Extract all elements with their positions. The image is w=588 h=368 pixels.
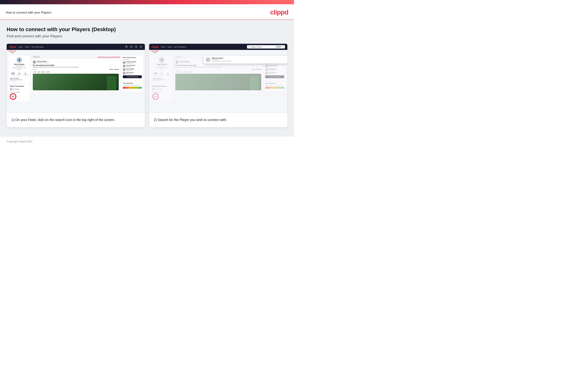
- profile-club-1: Mill Ride Golf Club, United Kingdom: [10, 67, 28, 70]
- page-breadcrumb: How to connect with your Players: [6, 11, 51, 14]
- stat-following: 4 Following: [23, 72, 27, 76]
- header: How to connect with your Players clippd: [0, 4, 294, 20]
- profile-icon[interactable]: 👤: [130, 45, 133, 48]
- pp-avatar: [10, 88, 13, 91]
- pp-player-row: Eli Vincent: [10, 88, 29, 91]
- player-row-r1: Piers Parnell Activities: 4: [265, 65, 284, 67]
- feed-user-info-2: Richard Butler Yesterday · The Grove: [180, 61, 191, 64]
- profile-role-1: Golf Coach: [10, 65, 28, 67]
- stat-activities: 129 Activities: [11, 72, 15, 76]
- mini-body-1: 👤 Blair McHarg Golf Coach Mill Ride Golf…: [7, 54, 145, 111]
- team-heatmap-card-2: Team Heatmap Player Quality · 20 Round T…: [264, 81, 285, 92]
- result-info: Marcus Turner 1.5 Handicap Cypress Point…: [212, 57, 231, 62]
- active-players-card: Most Active Players Last 30 days Richard…: [122, 56, 143, 80]
- player-row-0: Richard Butler Activities: 7: [123, 61, 142, 64]
- heatmap-bar-2: [265, 87, 284, 89]
- stat-followers-2: 3 Followers: [159, 72, 164, 76]
- footer: Copyright Clippd 2022: [0, 137, 294, 146]
- step2-caption: 2) Search for the Player you wish to con…: [149, 113, 287, 127]
- tag-ott-2: OTT: [175, 71, 179, 73]
- feed-card-1: Richard Butler Yesterday · The Grove Pre…: [31, 59, 120, 92]
- heatmap-bar: [123, 87, 142, 89]
- screenshot-2-ui: clippd Home Teams My Performance 🔍 Marcu…: [149, 44, 287, 113]
- mini-nav-teams[interactable]: Teams: [25, 46, 30, 48]
- feed-user-avatar-2: [175, 60, 179, 64]
- quality-donut-2: 84: [152, 93, 159, 100]
- feed-tab-2[interactable]: Feed: [151, 51, 159, 54]
- main-content: How to connect with your Players (Deskto…: [0, 20, 294, 137]
- team-dashboard-button[interactable]: Team Dashboard: [123, 75, 142, 78]
- feed-tab-1[interactable]: Feed: [9, 51, 16, 54]
- stat-following-2: 4 Following: [166, 72, 170, 76]
- mini-middle-1: Following ▼ Control who can see your act…: [31, 56, 120, 110]
- heatmap-labels: -5 +5: [123, 89, 142, 90]
- duration-row: Duration 02 hr : 00 min: [33, 69, 119, 70]
- search-result-dropdown: Marcus Turner 1.5 Handicap Cypress Point…: [204, 56, 287, 64]
- settings-icon[interactable]: ⚙: [134, 45, 138, 48]
- team-dashboard-button-2: Team Dashboard: [265, 75, 284, 78]
- player-row-1: Piers Parnell Activities: 4: [123, 65, 142, 67]
- search-result-card[interactable]: Marcus Turner 1.5 Handicap Cypress Point…: [204, 56, 287, 64]
- screenshot-1: clippd Home Teams My Performance 🔍 👤 ⚙ 👤…: [7, 44, 145, 127]
- stat-activities-2: 129 Activities: [153, 72, 158, 76]
- mini-left-2: 👤 Blair McHarg Golf Coach Mill Ride Golf…: [151, 56, 172, 110]
- article-subtitle: Find and connect with your Players: [7, 34, 287, 38]
- player-row-r3: Eli Vincent Activities: 1: [265, 72, 284, 75]
- following-button[interactable]: Following ▼: [31, 56, 42, 58]
- profile-stats-2: 129 Activities 3 Followers 4 Following: [152, 71, 171, 76]
- search-input-display[interactable]: Marcus Turner: [251, 46, 274, 48]
- photo-figure-2: [249, 76, 259, 90]
- player-info-1: Piers Parnell Activities: 4: [126, 65, 135, 67]
- following-button-2: Following ▼: [174, 56, 184, 58]
- article-title: How to connect with your Players (Deskto…: [7, 26, 287, 33]
- feed-user-avatar: [33, 60, 36, 64]
- mini-nav-home-2[interactable]: Home: [161, 46, 165, 48]
- avatar-icon[interactable]: 👤: [139, 45, 142, 48]
- mini-right-1: Most Active Players Last 30 days Richard…: [122, 56, 143, 110]
- mini-left-1: 👤 Blair McHarg Golf Coach Mill Ride Golf…: [9, 56, 30, 110]
- player-row-r2: Hiral Pujara Activities: 3: [265, 68, 284, 71]
- mini-nav-icons-1: 🔍 👤 ⚙ 👤: [125, 45, 142, 48]
- photo-figure: [107, 76, 116, 90]
- activity-tags: OTT APP ARG PUTT: [33, 71, 119, 73]
- tag-arg: ARG: [41, 71, 45, 73]
- step1-caption: 1) On your Feed, click on the search ico…: [7, 113, 145, 127]
- clear-button[interactable]: CLEAR: [275, 46, 281, 48]
- control-link[interactable]: Control who can see your activity and da…: [98, 56, 120, 57]
- player-info-r2: Hiral Pujara Activities: 3: [269, 68, 277, 71]
- player-info-r1: Piers Parnell Activities: 4: [269, 65, 277, 67]
- tag-putt: PUTT: [46, 71, 50, 73]
- mini-nav-home[interactable]: Home: [18, 46, 23, 48]
- tag-app: APP: [37, 71, 41, 73]
- result-avatar: [206, 57, 211, 62]
- screenshot-1-ui: clippd Home Teams My Performance 🔍 👤 ⚙ 👤…: [7, 44, 145, 113]
- tag-putt-2: PUTT: [188, 71, 193, 73]
- search-icon[interactable]: 🔍: [125, 45, 128, 48]
- player-av-2: [123, 68, 126, 71]
- mini-right-2: Most Active Players Last 30 days Richard…: [264, 56, 285, 110]
- mini-nav-2: clippd Home Teams My Performance 🔍 Marcu…: [149, 44, 287, 50]
- clippd-logo: clippd: [270, 9, 288, 16]
- mini-nav-myperformance[interactable]: My Performance: [32, 46, 44, 48]
- pp-avatar-2: [152, 88, 155, 91]
- player-info-r3: Eli Vincent Activities: 1: [269, 72, 276, 75]
- close-button[interactable]: ×: [283, 46, 284, 48]
- player-row-3: Eli Vincent Activities: 1: [123, 72, 142, 75]
- activity-photo-2: [175, 74, 261, 90]
- player-av-r2: [265, 68, 268, 71]
- player-av-r3: [265, 72, 268, 75]
- profile-avatar-2: 👤: [159, 57, 165, 63]
- mini-nav-myperformance-2[interactable]: My Performance: [174, 46, 186, 48]
- mini-nav-items-2: Home Teams My Performance: [161, 46, 186, 48]
- player-av-1: [123, 65, 126, 67]
- stat-followers: 3 Followers: [17, 72, 21, 76]
- player-av-r1: [265, 65, 268, 67]
- feed-card-header: Richard Butler Yesterday · The Grove: [33, 60, 119, 64]
- following-row: Following ▼ Control who can see your act…: [31, 56, 120, 58]
- latest-activity-2: Latest Activity Afternoon round of golf …: [152, 77, 171, 82]
- mini-middle-2: Following ▼ Control who can see your act…: [174, 56, 263, 110]
- mini-nav-teams-2[interactable]: Teams: [167, 46, 172, 48]
- mini-logo-2: clippd: [151, 46, 158, 48]
- player-av-0: [123, 61, 126, 64]
- tag-app-2: APP: [180, 71, 183, 73]
